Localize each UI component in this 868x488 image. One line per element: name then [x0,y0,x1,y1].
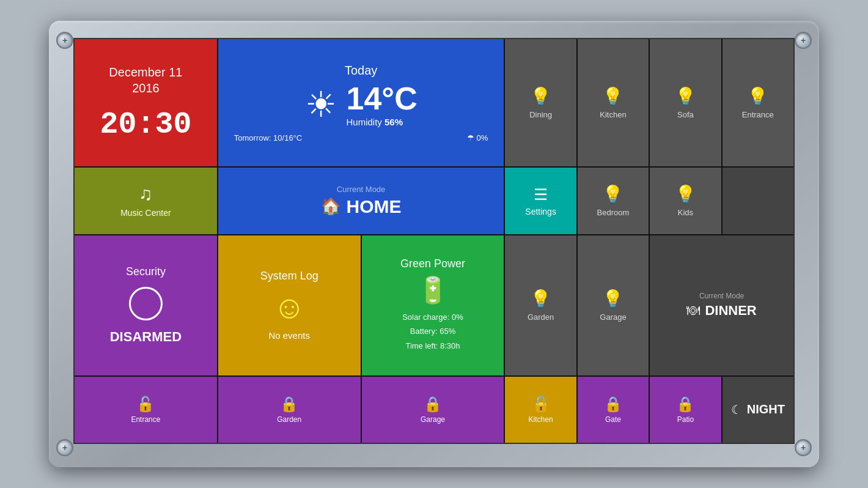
datetime-tile[interactable]: December 11 2016 20:30 [75,39,217,166]
lock-gate-tile[interactable]: 🔒 Gate [578,377,649,443]
screen: December 11 2016 20:30 Today ☀ 14°C Humi… [73,38,795,444]
lock-patio-tile[interactable]: 🔒 Patio [650,377,721,443]
screw-bl [56,439,73,456]
home-mode-title: Current Mode [337,185,385,194]
kitchen-light-icon: 💡 [602,86,623,106]
lock-kitchen-icon: 🔓 [532,396,550,413]
lock-entrance-label: Entrance [131,415,160,424]
settings-tile[interactable]: ☰ Settings [505,168,576,234]
home-mode-tile[interactable]: Current Mode 🏠 HOME [218,168,504,234]
security-status: DISARMED [110,329,182,345]
dinner-icon: 🍽 [686,303,700,319]
settings-icon: ☰ [534,185,548,204]
settings-label: Settings [525,207,556,216]
dining-light-icon: 💡 [530,86,551,106]
lock-entrance-icon: 🔓 [136,396,155,413]
syslog-status: No events [268,330,310,341]
syslog-title: System Log [260,270,318,283]
date-display: December 11 2016 [109,64,182,96]
garage-light-icon: 💡 [602,289,623,309]
security-tile[interactable]: Security DISARMED [75,235,217,375]
night-mode-tile[interactable]: ☾ NIGHT [723,377,793,443]
home-mode-label: HOME [347,196,402,217]
light-garden-tile[interactable]: 💡 Garden [505,235,576,375]
smiley-icon: ☺ [273,289,306,325]
lock-garage-label: Garage [421,415,445,424]
sofa-light-icon: 💡 [675,86,696,106]
light-dining-tile[interactable]: 💡 Dining [505,39,576,166]
device-frame: December 11 2016 20:30 Today ☀ 14°C Humi… [49,21,819,467]
kids-light-label: Kids [678,208,693,217]
time-display: 20:30 [100,107,191,142]
garden-light-icon: 💡 [530,289,551,309]
date-line1: December 11 [109,65,182,79]
sun-icon: ☀ [305,84,337,125]
dinner-mode-tile[interactable]: Current Mode 🍽 DINNER [650,235,793,375]
syslog-tile[interactable]: System Log ☺ No events [218,235,361,375]
bedroom-light-label: Bedroom [597,208,630,217]
garden-light-label: Garden [528,312,554,322]
lock-garden-icon: 🔒 [280,396,298,413]
music-label: Music Center [120,208,171,218]
screw-br [795,439,812,456]
garage-light-label: Garage [600,312,626,322]
lock-gate-label: Gate [605,415,621,424]
lock-gate-icon: 🔒 [604,396,622,413]
lock-garden-label: Garden [277,415,301,424]
temperature-display: 14°C [347,83,417,114]
screw-tr [795,32,812,49]
lock-kitchen-label: Kitchen [529,415,553,424]
light-kids-tile[interactable]: 💡 Kids [650,168,721,234]
humidity-display: Humidity 56% [347,117,417,127]
greenpower-tile[interactable]: Green Power 🔋 Solar charge: 0% Battery: … [362,235,504,375]
lock-garage-tile[interactable]: 🔒 Garage [362,377,504,443]
light-kitchen-tile[interactable]: 💡 Kitchen [578,39,649,166]
dinner-mode-label: DINNER [705,303,756,319]
light-bedroom-tile[interactable]: 💡 Bedroom [578,168,649,234]
lock-kitchen-tile[interactable]: 🔓 Kitchen [505,377,576,443]
home-icon: 🏠 [321,197,340,216]
screw-tl [56,32,73,49]
entrance-light-label: Entrance [742,110,774,119]
lock-garage-icon: 🔒 [424,396,442,413]
dinner-mode-title: Current Mode [699,292,744,300]
bedroom-light-icon: 💡 [602,184,623,204]
music-center-tile[interactable]: ♫ Music Center [75,168,217,234]
night-mode-label: NIGHT [747,402,785,416]
rain-display: ☂ 0% [467,133,488,142]
empty-r2c7 [723,168,793,234]
light-sofa-tile[interactable]: 💡 Sofa [650,39,721,166]
lock-patio-label: Patio [677,415,694,424]
light-garage-tile[interactable]: 💡 Garage [578,235,649,375]
security-title: Security [126,265,166,278]
greenpower-title: Green Power [400,257,465,270]
entrance-light-icon: 💡 [747,86,768,106]
date-line2: 2016 [132,81,160,95]
tomorrow-weather: Tomorrow: 10/16°C [234,133,302,142]
lock-entrance-tile[interactable]: 🔓 Entrance [75,377,217,443]
lock-patio-icon: 🔒 [676,396,694,413]
night-icon: ☾ [731,402,742,417]
light-entrance-tile[interactable]: 💡 Entrance [723,39,793,166]
lock-garden-tile[interactable]: 🔒 Garden [218,377,361,443]
greenpower-info: Solar charge: 0% Battery: 65% Time left:… [402,310,463,353]
weather-title: Today [345,64,377,78]
weather-tile[interactable]: Today ☀ 14°C Humidity 56% Tomorrow: 10/1… [218,39,504,166]
sofa-light-label: Sofa [677,110,694,119]
music-icon: ♫ [139,183,153,204]
security-circle-icon [129,287,163,320]
battery-icon: 🔋 [417,275,449,305]
dining-light-label: Dining [529,110,552,119]
kitchen-light-label: Kitchen [600,110,626,119]
kids-light-icon: 💡 [675,184,696,204]
